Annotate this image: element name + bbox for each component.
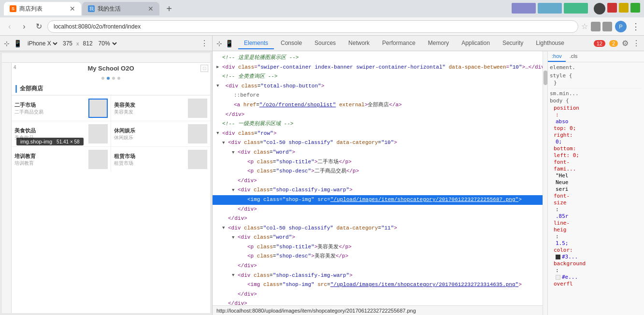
zoom-select[interactable]: 70% bbox=[97, 40, 118, 47]
triangle-total-shop[interactable] bbox=[216, 83, 222, 89]
triangle-word1[interactable] bbox=[232, 149, 238, 156]
dom-line-comment3[interactable]: <!-- 一级类别展示区域 --> bbox=[213, 119, 547, 129]
category-item-3[interactable]: 休闲娱乐 休闲娱乐 bbox=[111, 121, 211, 147]
bookmark-icon[interactable]: ☆ bbox=[581, 22, 588, 31]
tab-network[interactable]: Network bbox=[343, 38, 375, 49]
dom-line-swiper[interactable]: <div class="swiper-container index-banne… bbox=[213, 63, 547, 72]
tab-2[interactable]: 我 我的生活 ✕ bbox=[82, 2, 159, 15]
reload-button[interactable]: ↻ bbox=[33, 21, 44, 32]
category-name-4: 培训教育 bbox=[14, 153, 88, 160]
dom-line-comment1[interactable]: <!-- 这里是轮播图展示区 --> bbox=[213, 53, 547, 63]
address-input[interactable] bbox=[47, 20, 578, 33]
devtools-settings-icon[interactable]: ⚙ bbox=[622, 39, 629, 48]
tab-application[interactable]: Application bbox=[456, 38, 496, 49]
all-shops-row[interactable]: 全部商店 bbox=[12, 83, 210, 96]
dom-line-img-warp2[interactable]: <div class="shop-classify-img-warp"> bbox=[213, 271, 547, 281]
tab-performance[interactable]: Performance bbox=[376, 38, 421, 49]
dom-line-close-imgwarp2[interactable]: </div> bbox=[213, 290, 547, 300]
tab-security[interactable]: Security bbox=[497, 38, 529, 49]
style-body-open: body { bbox=[550, 98, 642, 104]
dom-line-p-title1[interactable]: <p class="shop-title">二手市场</p> bbox=[213, 158, 547, 167]
style-prop-size: size bbox=[554, 200, 567, 206]
style-prop-heig: heig bbox=[554, 227, 567, 233]
devtools-more-icon[interactable]: ⋮ bbox=[632, 39, 640, 48]
style-colon: : bbox=[550, 206, 642, 213]
img1-src-link[interactable]: /upload/images/item/shopcategory/2017061… bbox=[333, 197, 515, 202]
dom-line-col10[interactable]: <div class="col-50 shop-classify" data-c… bbox=[213, 138, 547, 148]
dom-line-close-col10[interactable]: </div> bbox=[213, 214, 547, 224]
tab-2-close[interactable]: ✕ bbox=[148, 5, 154, 12]
tag-p-desc2: <p class="shop-desc">美容美发</p> bbox=[247, 252, 348, 261]
category-item-1[interactable]: 美容美发 美容美发 bbox=[111, 96, 211, 121]
tag-close-col11: </div> bbox=[228, 300, 247, 305]
tab-lighthouse[interactable]: Lighthouse bbox=[530, 38, 570, 49]
dom-line-total-shop[interactable]: <div class="total-shop-button"> bbox=[213, 82, 547, 91]
dom-line-close-word2[interactable]: </div> bbox=[213, 261, 547, 271]
tab-1-close[interactable]: ✕ bbox=[70, 5, 75, 12]
dom-line-before[interactable]: ::before bbox=[213, 91, 547, 100]
new-tab-button[interactable]: + bbox=[162, 2, 176, 15]
dom-line-img1-selected[interactable]: <img class="shop-img" src="/upload/image… bbox=[213, 195, 547, 205]
triangle-word2[interactable] bbox=[232, 234, 238, 241]
triangle-col10[interactable] bbox=[222, 140, 228, 146]
tag-close-word2: </div> bbox=[238, 262, 257, 271]
mobile-icon[interactable]: 📱 bbox=[14, 40, 22, 47]
cursor-icon[interactable]: ⊹ bbox=[4, 40, 10, 47]
dom-line-word2[interactable]: <div class="word"> bbox=[213, 233, 547, 243]
tab-sources[interactable]: Sources bbox=[309, 38, 342, 49]
style-overfl: overfl bbox=[550, 281, 642, 287]
triangle-imgwarp1[interactable] bbox=[232, 187, 238, 194]
comment-3: <!-- 一级类别展示区域 --> bbox=[222, 120, 293, 129]
dom-line-p-desc1[interactable]: <p class="shop-desc">二手商品交易</p> bbox=[213, 167, 547, 176]
dom-line-anchor[interactable]: <a href="/o2o/frontend/shoplist" externa… bbox=[213, 100, 547, 110]
triangle-row[interactable] bbox=[216, 130, 222, 137]
style-85r: .85r bbox=[550, 213, 642, 219]
tab-console[interactable]: Console bbox=[275, 38, 308, 49]
styles-tab-hov[interactable]: :hov bbox=[548, 51, 566, 62]
dom-line-img2[interactable]: <img class="shop-img" src="/upload/image… bbox=[213, 280, 547, 290]
dom-line-p-title2[interactable]: <p class="shop-title">美容美发</p> bbox=[213, 243, 547, 252]
device-icon[interactable]: 📱 bbox=[225, 40, 233, 47]
tab-memory[interactable]: Memory bbox=[422, 38, 455, 49]
img-tooltip: img.shop-img 51.41 × 58 bbox=[16, 138, 84, 145]
pseudo-before: ::before bbox=[234, 91, 259, 100]
dom-line-img-warp1[interactable]: <div class="shop-classify-img-warp"> bbox=[213, 186, 547, 195]
dom-line-close-word1[interactable]: </div> bbox=[213, 176, 547, 186]
dom-styles-area: <!-- 这里是轮播图展示区 --> <div class="swiper-co… bbox=[213, 51, 644, 315]
dom-line-col11[interactable]: <div class="col-50 shop-classify" data-c… bbox=[213, 224, 547, 233]
dom-line-close-col11[interactable]: </div> bbox=[213, 299, 547, 305]
category-item-5[interactable]: 租赁市场 租赁市场 bbox=[111, 147, 211, 172]
dom-line-p-desc2[interactable]: <p class="shop-desc">美容美发</p> bbox=[213, 252, 547, 261]
more-options-icon[interactable]: ⋮ bbox=[200, 39, 208, 48]
img2-src-link[interactable]: /upload/images/item/shopcategory/2017061… bbox=[333, 282, 515, 287]
triangle-col11[interactable] bbox=[222, 225, 228, 231]
tab-elements[interactable]: Elements bbox=[238, 38, 274, 49]
ext-icon-1[interactable] bbox=[591, 22, 601, 31]
devtools-panel: ⊹ 📱 Elements Console Sources Network Per… bbox=[213, 36, 644, 315]
forward-button[interactable]: › bbox=[18, 21, 30, 32]
category-item-4[interactable]: 培训教育 培训教育 bbox=[12, 147, 111, 172]
styles-tab-cls[interactable]: .cls bbox=[566, 51, 582, 62]
address-bar: ‹ › ↻ ☆ P ⋮ bbox=[0, 17, 644, 36]
tab-1-title: 商店列表 bbox=[19, 5, 67, 13]
browser-menu-button[interactable]: ⋮ bbox=[631, 21, 640, 32]
style-prop-right: right: bbox=[554, 132, 573, 138]
dom-line-close-imgwarp1[interactable]: </div> bbox=[213, 205, 547, 215]
ext-icon-2[interactable] bbox=[602, 22, 612, 31]
inspect-icon[interactable]: ⊹ bbox=[216, 40, 222, 47]
category-item-0[interactable]: 二手市场 二手商品交易 bbox=[12, 96, 111, 121]
dom-line-close-total[interactable]: </div> bbox=[213, 110, 547, 120]
tab-extra-yellow bbox=[619, 3, 629, 13]
category-desc-4: 培训教育 bbox=[14, 160, 88, 167]
page-content-area: 4 My School O2O ⊡ bbox=[12, 63, 210, 313]
triangle-imgwarp2[interactable] bbox=[232, 272, 238, 279]
back-button[interactable]: ‹ bbox=[4, 21, 15, 32]
dom-line-comment2[interactable]: <!-- 全类查询区 --> bbox=[213, 72, 547, 82]
dom-line-row[interactable]: <div class="row"> bbox=[213, 129, 547, 139]
tab-1-active[interactable]: S 商店列表 ✕ bbox=[4, 2, 81, 15]
profile-button[interactable]: P bbox=[615, 21, 627, 32]
device-select[interactable]: iPhone X bbox=[26, 40, 59, 47]
dom-line-word1[interactable]: <div class="word"> bbox=[213, 148, 547, 158]
tag-close-imgwarp1: </div> bbox=[238, 205, 257, 214]
style-val-absolute: : bbox=[556, 112, 559, 118]
